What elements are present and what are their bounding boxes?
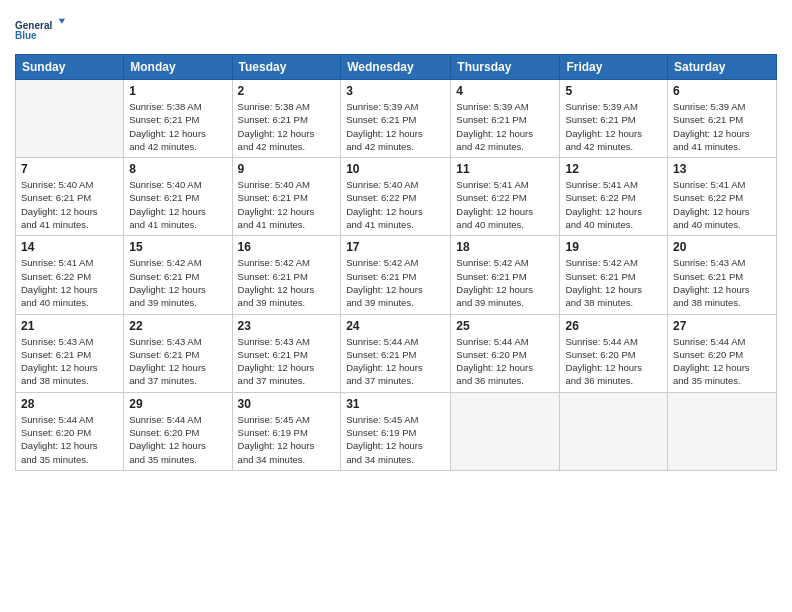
day-number: 6 xyxy=(673,84,771,98)
calendar-cell: 14Sunrise: 5:41 AM Sunset: 6:22 PM Dayli… xyxy=(16,236,124,314)
day-info: Sunrise: 5:42 AM Sunset: 6:21 PM Dayligh… xyxy=(565,256,662,309)
calendar-cell: 22Sunrise: 5:43 AM Sunset: 6:21 PM Dayli… xyxy=(124,314,232,392)
weekday-header-monday: Monday xyxy=(124,55,232,80)
calendar-cell xyxy=(451,392,560,470)
day-info: Sunrise: 5:44 AM Sunset: 6:20 PM Dayligh… xyxy=(673,335,771,388)
day-number: 15 xyxy=(129,240,226,254)
calendar-cell: 19Sunrise: 5:42 AM Sunset: 6:21 PM Dayli… xyxy=(560,236,668,314)
day-info: Sunrise: 5:40 AM Sunset: 6:22 PM Dayligh… xyxy=(346,178,445,231)
day-number: 5 xyxy=(565,84,662,98)
calendar-cell: 21Sunrise: 5:43 AM Sunset: 6:21 PM Dayli… xyxy=(16,314,124,392)
calendar-week-2: 7Sunrise: 5:40 AM Sunset: 6:21 PM Daylig… xyxy=(16,158,777,236)
calendar-cell: 20Sunrise: 5:43 AM Sunset: 6:21 PM Dayli… xyxy=(668,236,777,314)
day-info: Sunrise: 5:40 AM Sunset: 6:21 PM Dayligh… xyxy=(238,178,336,231)
day-info: Sunrise: 5:42 AM Sunset: 6:21 PM Dayligh… xyxy=(129,256,226,309)
calendar-cell: 18Sunrise: 5:42 AM Sunset: 6:21 PM Dayli… xyxy=(451,236,560,314)
day-number: 4 xyxy=(456,84,554,98)
calendar-cell: 26Sunrise: 5:44 AM Sunset: 6:20 PM Dayli… xyxy=(560,314,668,392)
page: General Blue SundayMondayTuesdayWednesda… xyxy=(0,0,792,481)
day-number: 2 xyxy=(238,84,336,98)
calendar-cell: 29Sunrise: 5:44 AM Sunset: 6:20 PM Dayli… xyxy=(124,392,232,470)
day-info: Sunrise: 5:39 AM Sunset: 6:21 PM Dayligh… xyxy=(565,100,662,153)
day-number: 21 xyxy=(21,319,118,333)
day-info: Sunrise: 5:44 AM Sunset: 6:20 PM Dayligh… xyxy=(21,413,118,466)
calendar-cell: 2Sunrise: 5:38 AM Sunset: 6:21 PM Daylig… xyxy=(232,80,341,158)
day-number: 13 xyxy=(673,162,771,176)
logo: General Blue xyxy=(15,10,65,50)
day-number: 23 xyxy=(238,319,336,333)
day-info: Sunrise: 5:38 AM Sunset: 6:21 PM Dayligh… xyxy=(238,100,336,153)
day-number: 18 xyxy=(456,240,554,254)
day-info: Sunrise: 5:39 AM Sunset: 6:21 PM Dayligh… xyxy=(673,100,771,153)
day-info: Sunrise: 5:44 AM Sunset: 6:20 PM Dayligh… xyxy=(456,335,554,388)
calendar-week-3: 14Sunrise: 5:41 AM Sunset: 6:22 PM Dayli… xyxy=(16,236,777,314)
calendar-week-5: 28Sunrise: 5:44 AM Sunset: 6:20 PM Dayli… xyxy=(16,392,777,470)
calendar-cell: 4Sunrise: 5:39 AM Sunset: 6:21 PM Daylig… xyxy=(451,80,560,158)
day-number: 12 xyxy=(565,162,662,176)
day-number: 1 xyxy=(129,84,226,98)
day-info: Sunrise: 5:44 AM Sunset: 6:20 PM Dayligh… xyxy=(129,413,226,466)
day-info: Sunrise: 5:38 AM Sunset: 6:21 PM Dayligh… xyxy=(129,100,226,153)
day-info: Sunrise: 5:41 AM Sunset: 6:22 PM Dayligh… xyxy=(21,256,118,309)
calendar-cell: 1Sunrise: 5:38 AM Sunset: 6:21 PM Daylig… xyxy=(124,80,232,158)
day-number: 24 xyxy=(346,319,445,333)
header: General Blue xyxy=(15,10,777,50)
day-number: 3 xyxy=(346,84,445,98)
day-info: Sunrise: 5:44 AM Sunset: 6:20 PM Dayligh… xyxy=(565,335,662,388)
calendar-cell: 7Sunrise: 5:40 AM Sunset: 6:21 PM Daylig… xyxy=(16,158,124,236)
calendar-cell: 16Sunrise: 5:42 AM Sunset: 6:21 PM Dayli… xyxy=(232,236,341,314)
day-number: 19 xyxy=(565,240,662,254)
day-info: Sunrise: 5:42 AM Sunset: 6:21 PM Dayligh… xyxy=(346,256,445,309)
day-number: 8 xyxy=(129,162,226,176)
day-number: 10 xyxy=(346,162,445,176)
calendar-cell xyxy=(668,392,777,470)
calendar-cell: 23Sunrise: 5:43 AM Sunset: 6:21 PM Dayli… xyxy=(232,314,341,392)
weekday-header-saturday: Saturday xyxy=(668,55,777,80)
day-number: 30 xyxy=(238,397,336,411)
calendar-cell: 5Sunrise: 5:39 AM Sunset: 6:21 PM Daylig… xyxy=(560,80,668,158)
day-number: 17 xyxy=(346,240,445,254)
calendar-cell: 13Sunrise: 5:41 AM Sunset: 6:22 PM Dayli… xyxy=(668,158,777,236)
day-info: Sunrise: 5:39 AM Sunset: 6:21 PM Dayligh… xyxy=(456,100,554,153)
svg-marker-2 xyxy=(59,19,65,24)
day-number: 22 xyxy=(129,319,226,333)
day-number: 9 xyxy=(238,162,336,176)
calendar-cell: 9Sunrise: 5:40 AM Sunset: 6:21 PM Daylig… xyxy=(232,158,341,236)
calendar-cell: 8Sunrise: 5:40 AM Sunset: 6:21 PM Daylig… xyxy=(124,158,232,236)
weekday-header-friday: Friday xyxy=(560,55,668,80)
calendar-cell: 30Sunrise: 5:45 AM Sunset: 6:19 PM Dayli… xyxy=(232,392,341,470)
calendar-cell: 10Sunrise: 5:40 AM Sunset: 6:22 PM Dayli… xyxy=(341,158,451,236)
day-number: 27 xyxy=(673,319,771,333)
calendar-cell xyxy=(16,80,124,158)
calendar-cell: 6Sunrise: 5:39 AM Sunset: 6:21 PM Daylig… xyxy=(668,80,777,158)
day-info: Sunrise: 5:42 AM Sunset: 6:21 PM Dayligh… xyxy=(456,256,554,309)
weekday-header-thursday: Thursday xyxy=(451,55,560,80)
calendar-cell: 25Sunrise: 5:44 AM Sunset: 6:20 PM Dayli… xyxy=(451,314,560,392)
day-number: 29 xyxy=(129,397,226,411)
day-info: Sunrise: 5:40 AM Sunset: 6:21 PM Dayligh… xyxy=(21,178,118,231)
calendar-week-4: 21Sunrise: 5:43 AM Sunset: 6:21 PM Dayli… xyxy=(16,314,777,392)
day-info: Sunrise: 5:41 AM Sunset: 6:22 PM Dayligh… xyxy=(456,178,554,231)
day-number: 20 xyxy=(673,240,771,254)
day-number: 16 xyxy=(238,240,336,254)
weekday-header-row: SundayMondayTuesdayWednesdayThursdayFrid… xyxy=(16,55,777,80)
calendar-cell: 24Sunrise: 5:44 AM Sunset: 6:21 PM Dayli… xyxy=(341,314,451,392)
calendar-week-1: 1Sunrise: 5:38 AM Sunset: 6:21 PM Daylig… xyxy=(16,80,777,158)
calendar-cell: 15Sunrise: 5:42 AM Sunset: 6:21 PM Dayli… xyxy=(124,236,232,314)
day-number: 14 xyxy=(21,240,118,254)
logo-svg: General Blue xyxy=(15,10,65,50)
calendar-cell xyxy=(560,392,668,470)
day-number: 11 xyxy=(456,162,554,176)
day-number: 31 xyxy=(346,397,445,411)
day-info: Sunrise: 5:44 AM Sunset: 6:21 PM Dayligh… xyxy=(346,335,445,388)
calendar-cell: 12Sunrise: 5:41 AM Sunset: 6:22 PM Dayli… xyxy=(560,158,668,236)
calendar-table: SundayMondayTuesdayWednesdayThursdayFrid… xyxy=(15,54,777,471)
day-info: Sunrise: 5:45 AM Sunset: 6:19 PM Dayligh… xyxy=(346,413,445,466)
day-info: Sunrise: 5:43 AM Sunset: 6:21 PM Dayligh… xyxy=(21,335,118,388)
calendar-cell: 28Sunrise: 5:44 AM Sunset: 6:20 PM Dayli… xyxy=(16,392,124,470)
day-number: 28 xyxy=(21,397,118,411)
day-info: Sunrise: 5:40 AM Sunset: 6:21 PM Dayligh… xyxy=(129,178,226,231)
day-info: Sunrise: 5:43 AM Sunset: 6:21 PM Dayligh… xyxy=(238,335,336,388)
calendar-cell: 31Sunrise: 5:45 AM Sunset: 6:19 PM Dayli… xyxy=(341,392,451,470)
calendar-cell: 11Sunrise: 5:41 AM Sunset: 6:22 PM Dayli… xyxy=(451,158,560,236)
